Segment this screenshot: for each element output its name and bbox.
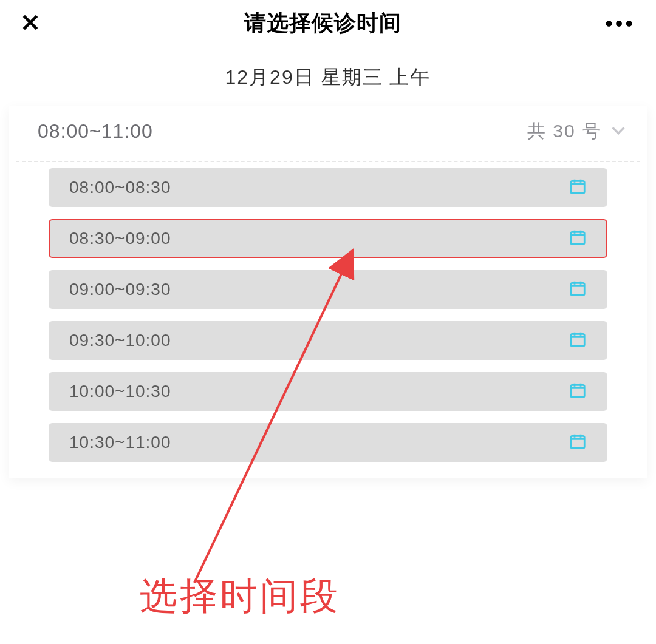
time-panel: 08:00~11:00 共 30 号 08:00~08:3008:30~09:0… xyxy=(9,106,647,478)
slot-list: 08:00~08:3008:30~09:0009:00~09:3009:30~1… xyxy=(9,162,647,478)
time-range-count: 共 30 号 xyxy=(527,119,601,144)
time-slot[interactable]: 10:30~11:00 xyxy=(49,423,607,462)
time-slot[interactable]: 09:30~10:00 xyxy=(49,321,607,360)
calendar-icon xyxy=(569,330,587,351)
svg-rect-2 xyxy=(571,283,585,295)
time-slot-label: 09:00~09:30 xyxy=(69,280,171,299)
annotation-caption: 选择时间段 xyxy=(140,571,340,622)
time-slot-label: 10:30~11:00 xyxy=(69,433,171,452)
time-slot[interactable]: 10:00~10:30 xyxy=(49,372,607,411)
svg-rect-4 xyxy=(571,385,585,397)
svg-rect-3 xyxy=(571,334,585,346)
time-slot[interactable]: 08:30~09:00 xyxy=(49,219,607,258)
calendar-icon xyxy=(569,381,587,402)
calendar-icon xyxy=(569,432,587,453)
time-slot-label: 09:30~10:00 xyxy=(69,331,171,350)
chevron-down-icon xyxy=(610,122,627,141)
date-subtitle: 12月29日 星期三 上午 xyxy=(0,47,656,106)
svg-rect-0 xyxy=(571,181,585,193)
calendar-icon xyxy=(569,177,587,198)
time-slot-label: 10:00~10:30 xyxy=(69,382,171,401)
calendar-icon xyxy=(569,279,587,300)
time-slot[interactable]: 08:00~08:30 xyxy=(49,168,607,207)
time-slot-label: 08:00~08:30 xyxy=(69,178,171,197)
close-icon[interactable] xyxy=(21,13,40,35)
time-range-header[interactable]: 08:00~11:00 共 30 号 xyxy=(9,106,647,161)
time-range-label: 08:00~11:00 xyxy=(38,120,153,143)
svg-rect-5 xyxy=(571,436,585,448)
calendar-icon xyxy=(569,228,587,249)
time-slot[interactable]: 09:00~09:30 xyxy=(49,270,607,309)
nav-bar: 请选择候诊时间 ••• xyxy=(0,0,656,47)
svg-rect-1 xyxy=(571,232,585,244)
time-slot-label: 08:30~09:00 xyxy=(69,229,171,248)
time-range-count-wrap: 共 30 号 xyxy=(527,119,627,144)
more-icon[interactable]: ••• xyxy=(605,13,635,35)
page-title: 请选择候诊时间 xyxy=(244,8,401,38)
